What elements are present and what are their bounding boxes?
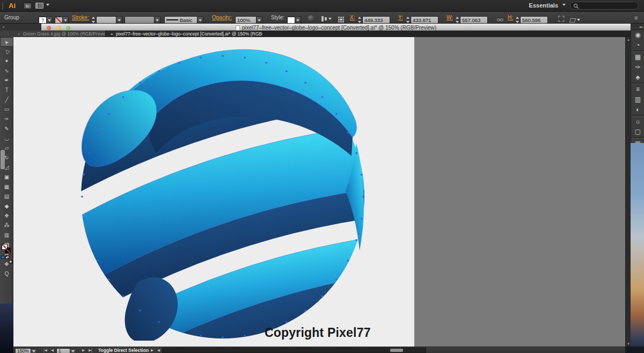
type-tool[interactable]: T bbox=[0, 85, 13, 95]
brush-definition-field[interactable]: Basic bbox=[164, 16, 197, 24]
graphic-styles-panel-button[interactable]: ▢ bbox=[631, 127, 644, 137]
fill-swatch[interactable]: ? bbox=[39, 17, 47, 24]
search-input[interactable] bbox=[570, 2, 639, 10]
tools-palette-header[interactable]: » bbox=[0, 24, 41, 31]
close-tab-icon[interactable]: × bbox=[111, 32, 113, 37]
tab-pixel77-globe[interactable]: ×pixel77–free–vector–globe–logo–concept … bbox=[106, 31, 263, 37]
scroll-left-icon[interactable]: ◀ bbox=[157, 347, 160, 353]
appearance-panel-button[interactable]: ☼ bbox=[631, 117, 644, 127]
rectangle-tool[interactable]: ▭ bbox=[0, 105, 13, 114]
close-tab-icon[interactable]: × bbox=[18, 32, 20, 37]
tab-green-grass[interactable]: ×Green Grass 4.jpg @ 100% (RGB/Preview) bbox=[13, 31, 106, 37]
gradient-mode-button[interactable] bbox=[9, 260, 13, 263]
arrange-documents-icon bbox=[35, 3, 43, 9]
none-mode-button[interactable] bbox=[5, 256, 9, 259]
y-label[interactable]: Y: bbox=[398, 12, 403, 24]
arrange-documents-button[interactable] bbox=[35, 2, 49, 10]
shape-builder-tool[interactable]: ▣ bbox=[0, 172, 13, 182]
globe-logo-artwork[interactable] bbox=[69, 40, 369, 341]
first-artboard-button[interactable]: |◀ bbox=[43, 347, 47, 353]
style-caret[interactable] bbox=[295, 16, 301, 24]
transparency-panel-button[interactable]: ◐ bbox=[631, 105, 644, 115]
next-artboard-button[interactable]: ▶ bbox=[82, 347, 85, 353]
style-swatch[interactable] bbox=[287, 17, 295, 24]
fill-caret-button[interactable] bbox=[47, 16, 53, 24]
artboard-canvas[interactable]: Copyright Pixel77 bbox=[13, 37, 414, 347]
w-label[interactable]: W: bbox=[447, 12, 453, 24]
eyedropper-tool[interactable]: ◆ bbox=[0, 201, 13, 211]
stroke-weight-field[interactable] bbox=[96, 16, 116, 24]
pen-tool[interactable]: ✒ bbox=[0, 76, 13, 85]
stroke-link-label[interactable]: Stroke: bbox=[72, 12, 89, 24]
color-guide-panel-button[interactable]: ◔ bbox=[631, 40, 644, 51]
selection-tool[interactable]: ➤ bbox=[0, 37, 13, 47]
document-title-bar[interactable]: pixel77–free–vector–globe–logo–concept [… bbox=[41, 24, 631, 31]
zoom-tool[interactable]: Q bbox=[0, 269, 13, 279]
panel-menu-icon[interactable]: ≡ bbox=[634, 12, 638, 24]
horizontal-scrollbar-thumb[interactable] bbox=[390, 349, 403, 352]
pencil-tool[interactable]: ✎ bbox=[0, 124, 13, 134]
horizontal-scrollbar[interactable] bbox=[162, 348, 426, 353]
brushes-panel-button[interactable]: ✑ bbox=[631, 62, 644, 73]
artboard-number-field[interactable]: 1 bbox=[56, 348, 70, 353]
brushes-panel-icon: ✑ bbox=[635, 63, 640, 71]
lasso-tool[interactable]: ∿ bbox=[0, 66, 13, 76]
h-label[interactable]: H: bbox=[508, 12, 513, 24]
artboard-caret[interactable] bbox=[70, 348, 76, 353]
last-artboard-button[interactable]: ▶| bbox=[89, 347, 92, 353]
y-field[interactable]: 433.871 px bbox=[411, 16, 438, 24]
symbol-sprayer-tool[interactable]: ⁂ bbox=[0, 221, 13, 230]
stroke-profile-field[interactable] bbox=[125, 16, 155, 24]
stroke-panel-button[interactable]: ≡ bbox=[631, 84, 644, 95]
opacity-field[interactable]: 100% bbox=[235, 16, 257, 24]
vertical-scrollbar[interactable]: ▲ ▼ bbox=[625, 37, 631, 347]
recolor-artwork-icon[interactable] bbox=[308, 15, 314, 21]
column-graph-tool[interactable]: ▥ bbox=[0, 230, 13, 240]
pasteboard[interactable] bbox=[414, 37, 625, 347]
mesh-tool[interactable]: ▦ bbox=[0, 182, 13, 192]
stroke-profile-caret[interactable] bbox=[155, 16, 160, 24]
scroll-right-icon[interactable]: ▶ bbox=[151, 347, 153, 353]
zoom-level-field[interactable]: 150% bbox=[15, 348, 31, 353]
w-stepper[interactable] bbox=[455, 16, 460, 24]
expand-panels-button[interactable]: ◂◂ bbox=[631, 24, 644, 30]
fill-proxy[interactable]: ? bbox=[2, 244, 8, 250]
brush-caret[interactable] bbox=[197, 16, 203, 24]
prev-artboard-button[interactable]: ◀ bbox=[51, 347, 54, 353]
bridge-button[interactable]: Br bbox=[24, 3, 32, 9]
x-stepper[interactable] bbox=[357, 16, 362, 24]
color-mode-button[interactable] bbox=[1, 256, 5, 259]
blend-tool[interactable]: ❖ bbox=[0, 211, 13, 221]
gradient-panel-button[interactable]: ▥ bbox=[631, 95, 644, 105]
line-segment-tool[interactable]: ╱ bbox=[0, 95, 13, 105]
vertical-scrollbar-thumb[interactable] bbox=[1, 150, 5, 169]
width-tool[interactable]: ◡ bbox=[0, 134, 13, 143]
zoom-caret[interactable] bbox=[31, 348, 37, 353]
h-field[interactable]: 560.596 px bbox=[520, 16, 548, 24]
document-tab-bar: ×Green Grass 4.jpg @ 100% (RGB/Preview) … bbox=[13, 31, 631, 37]
symbols-panel-button[interactable]: ♣ bbox=[631, 73, 644, 83]
divider bbox=[2, 2, 3, 10]
desktop-wallpaper-strip bbox=[0, 304, 13, 353]
stroke-caret-button[interactable] bbox=[63, 16, 69, 24]
workspace-switcher[interactable]: Essentials bbox=[529, 2, 558, 9]
scale-tool-icon: ◿ bbox=[5, 164, 9, 170]
opacity-caret[interactable] bbox=[257, 16, 262, 24]
color-panel-button[interactable]: ◉ bbox=[631, 30, 644, 40]
paintbrush-tool[interactable]: ✑ bbox=[0, 114, 13, 124]
swatches-panel-button[interactable]: ▦ bbox=[631, 52, 644, 62]
stroke-swatch[interactable] bbox=[55, 17, 63, 24]
stroke-weight-caret[interactable] bbox=[116, 16, 122, 24]
stroke-weight-stepper[interactable] bbox=[91, 16, 96, 24]
x-field[interactable]: 449.333 px bbox=[362, 16, 390, 24]
w-field[interactable]: 557.063 px bbox=[460, 16, 488, 24]
magic-wand-tool[interactable]: ✦ bbox=[0, 56, 13, 66]
direct-selection-tool[interactable]: ▷ bbox=[0, 47, 13, 56]
status-text[interactable]: Toggle Direct Selection bbox=[98, 347, 149, 353]
x-label[interactable]: X: bbox=[350, 12, 355, 24]
opacity-link-label[interactable]: Opacity: bbox=[212, 12, 232, 24]
y-stepper[interactable] bbox=[406, 16, 411, 24]
stroke-panel-icon: ≡ bbox=[636, 85, 640, 93]
gradient-tool[interactable]: ▤ bbox=[0, 192, 13, 201]
h-stepper[interactable] bbox=[515, 16, 520, 24]
